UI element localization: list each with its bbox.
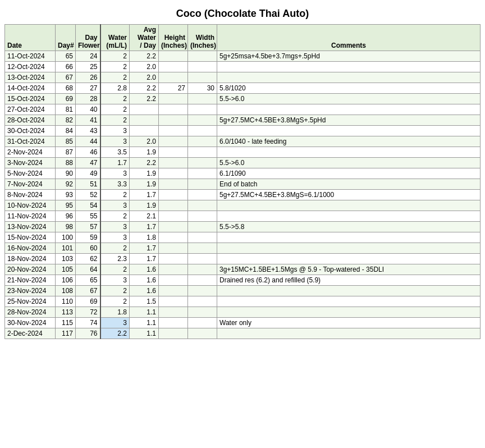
cell-col-comments [217, 200, 481, 211]
cell-col-avgwater [130, 104, 159, 115]
cell-col-height [159, 318, 188, 328]
table-row: 3-Nov-202488471.72.25.5->6.0 [5, 158, 481, 168]
cell-col-avgwater: 1.6 [130, 286, 159, 296]
cell-col-flower: 64 [76, 264, 100, 275]
cell-col-daynum: 87 [56, 147, 76, 158]
cell-col-flower: 54 [76, 200, 100, 211]
cell-col-flower: 49 [76, 168, 100, 179]
cell-col-daynum: 105 [56, 264, 76, 275]
header-daynum: Day# [56, 25, 76, 51]
cell-col-width [188, 104, 217, 115]
cell-col-height [159, 147, 188, 158]
cell-col-flower: 46 [76, 147, 100, 158]
cell-col-comments [217, 104, 481, 115]
table-row: 28-Oct-2024824125g+27.5MC+4.5BE+3.8MgS+.… [5, 115, 481, 126]
cell-col-comments: 5g+25msa+4.5be+3.7mgs+.5pHd [217, 51, 481, 62]
cell-col-width [188, 275, 217, 286]
cell-col-date: 3-Nov-2024 [5, 158, 56, 168]
cell-col-water: 2 [100, 190, 130, 200]
cell-col-height [159, 168, 188, 179]
cell-col-daynum: 66 [56, 62, 76, 72]
cell-col-flower: 62 [76, 254, 100, 264]
cell-col-height [159, 104, 188, 115]
cell-col-comments: Water only [217, 318, 481, 328]
cell-col-width [188, 94, 217, 104]
cell-col-comments [217, 211, 481, 222]
cell-col-date: 23-Nov-2024 [5, 286, 56, 296]
cell-col-height [159, 307, 188, 318]
cell-col-width [188, 328, 217, 339]
cell-col-avgwater: 2.2 [130, 83, 159, 94]
cell-col-daynum: 68 [56, 83, 76, 94]
table-row: 21-Nov-20241066531.6Drained res (6.2) an… [5, 275, 481, 286]
cell-col-height [159, 62, 188, 72]
cell-col-date: 27-Oct-2024 [5, 104, 56, 115]
cell-col-flower: 25 [76, 62, 100, 72]
cell-col-width [188, 168, 217, 179]
table-body: 11-Oct-2024652422.25g+25msa+4.5be+3.7mgs… [5, 51, 481, 339]
table-row: 31-Oct-2024854432.06.0/1040 - late feedi… [5, 136, 481, 147]
cell-col-flower: 59 [76, 232, 100, 243]
cell-col-date: 16-Nov-2024 [5, 243, 56, 254]
cell-col-water: 3.3 [100, 179, 130, 190]
cell-col-avgwater: 1.9 [130, 147, 159, 158]
cell-col-water: 3 [100, 200, 130, 211]
cell-col-daynum: 113 [56, 307, 76, 318]
table-row: 28-Nov-2024113721.81.1 [5, 307, 481, 318]
cell-col-comments [217, 286, 481, 296]
cell-col-daynum: 67 [56, 72, 76, 83]
cell-col-daynum: 95 [56, 200, 76, 211]
cell-col-flower: 41 [76, 115, 100, 126]
cell-col-width [188, 296, 217, 307]
cell-col-height [159, 243, 188, 254]
table-row: 5-Nov-2024904931.96.1/1090 [5, 168, 481, 179]
table-row: 15-Nov-20241005931.8 [5, 232, 481, 243]
cell-col-avgwater [130, 126, 159, 136]
cell-col-height [159, 275, 188, 286]
cell-col-flower: 24 [76, 51, 100, 62]
cell-col-avgwater: 1.7 [130, 254, 159, 264]
cell-col-flower: 44 [76, 136, 100, 147]
cell-col-width [188, 243, 217, 254]
cell-col-water: 2.3 [100, 254, 130, 264]
cell-col-water: 3 [100, 168, 130, 179]
cell-col-comments [217, 62, 481, 72]
table-row: 18-Nov-2024103622.31.7 [5, 254, 481, 264]
cell-col-daynum: 85 [56, 136, 76, 147]
cell-col-comments: 5.8/1020 [217, 83, 481, 94]
cell-col-avgwater: 1.9 [130, 200, 159, 211]
header-avgwater: AvgWater/ Day [130, 25, 159, 51]
cell-col-comments [217, 296, 481, 307]
header-flower: DayFlower [76, 25, 100, 51]
cell-col-comments: 5.5->6.0 [217, 158, 481, 168]
cell-col-water: 2 [100, 296, 130, 307]
cell-col-daynum: 106 [56, 275, 76, 286]
cell-col-date: 13-Nov-2024 [5, 222, 56, 232]
table-row: 14-Oct-202468272.82.227305.8/1020 [5, 83, 481, 94]
cell-col-flower: 65 [76, 275, 100, 286]
cell-col-avgwater: 2.1 [130, 211, 159, 222]
cell-col-flower: 57 [76, 222, 100, 232]
cell-col-width [188, 72, 217, 83]
header-height: Height(Inches) [159, 25, 188, 51]
table-row: 2-Dec-2024117762.21.1 [5, 328, 481, 339]
cell-col-date: 20-Nov-2024 [5, 264, 56, 275]
cell-col-date: 13-Oct-2024 [5, 72, 56, 83]
cell-col-width [188, 190, 217, 200]
table-row: 7-Nov-202492513.31.9End of batch [5, 179, 481, 190]
table-row: 25-Nov-20241106921.5 [5, 296, 481, 307]
cell-col-height [159, 328, 188, 339]
table-row: 20-Nov-20241056421.63g+15MC+1.5BE+1.5Mgs… [5, 264, 481, 275]
cell-col-avgwater: 2.0 [130, 72, 159, 83]
cell-col-comments [217, 243, 481, 254]
cell-col-date: 15-Oct-2024 [5, 94, 56, 104]
cell-col-height [159, 94, 188, 104]
cell-col-comments [217, 126, 481, 136]
cell-col-water: 3 [100, 275, 130, 286]
cell-col-daynum: 90 [56, 168, 76, 179]
cell-col-daynum: 108 [56, 286, 76, 296]
header-date: Date [5, 25, 56, 51]
cell-col-avgwater: 1.5 [130, 296, 159, 307]
cell-col-daynum: 98 [56, 222, 76, 232]
cell-col-comments [217, 328, 481, 339]
